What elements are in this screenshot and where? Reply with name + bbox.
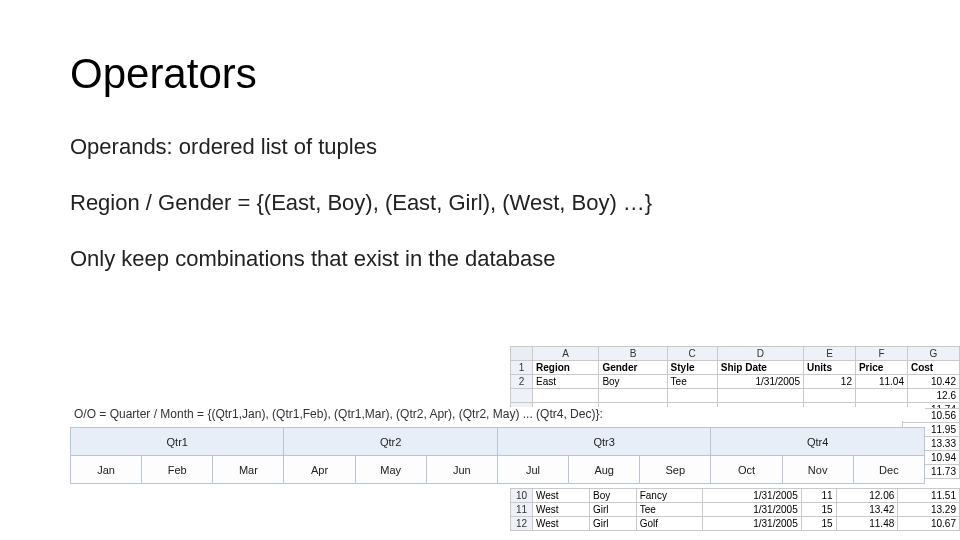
table-row: 2 East Boy Tee 1/31/2005 12 11.04 10.42 [511, 375, 960, 389]
table-row: 12.6 [511, 389, 960, 403]
strip-formula-label: O/O = Quarter / Month = {(Qtr1,Jan), (Qt… [70, 407, 925, 421]
cell [599, 389, 667, 403]
col-A: A [533, 347, 599, 361]
month-cell: Sep [640, 456, 711, 484]
cell [717, 389, 803, 403]
cell: 12.06 [836, 489, 898, 503]
cell: Fancy [636, 489, 702, 503]
cell: 15 [801, 503, 836, 517]
cell: West [533, 489, 590, 503]
table-row: 11 West Girl Tee 1/31/2005 15 13.42 13.2… [511, 503, 960, 517]
col-B: B [599, 347, 667, 361]
month-cell: Dec [853, 456, 924, 484]
cell: 1/31/2005 [717, 375, 803, 389]
month-cell: May [355, 456, 426, 484]
cell: 12.6 [907, 389, 959, 403]
q1-cell: Qtr1 [71, 428, 284, 456]
cell: Golf [636, 517, 702, 531]
cell: Girl [590, 517, 637, 531]
cell [533, 389, 599, 403]
cell: East [533, 375, 599, 389]
cell: 11.51 [898, 489, 960, 503]
cell: Girl [590, 503, 637, 517]
q2-cell: Qtr2 [284, 428, 497, 456]
month-cell: Mar [213, 456, 284, 484]
cell: 11 [801, 489, 836, 503]
quarter-month-strip: O/O = Quarter / Month = {(Qtr1,Jan), (Qt… [70, 407, 925, 484]
month-row: Jan Feb Mar Apr May Jun Jul Aug Sep Oct … [71, 456, 925, 484]
hdr-price: Price [855, 361, 907, 375]
row-num: 11 [511, 503, 533, 517]
corner-cell [511, 347, 533, 361]
month-cell: Apr [284, 456, 355, 484]
col-F: F [855, 347, 907, 361]
cell: 1/31/2005 [702, 489, 801, 503]
col-E: E [804, 347, 856, 361]
month-cell: Feb [142, 456, 213, 484]
hdr-region: Region [533, 361, 599, 375]
cell: 10.67 [898, 517, 960, 531]
month-cell: Oct [711, 456, 782, 484]
cell: 10.42 [907, 375, 959, 389]
cell: West [533, 503, 590, 517]
month-cell: Jan [71, 456, 142, 484]
cell: 12 [804, 375, 856, 389]
col-C: C [667, 347, 717, 361]
row-1-num: 1 [511, 361, 533, 375]
hdr-shipdate: Ship Date [717, 361, 803, 375]
cell: 13.42 [836, 503, 898, 517]
row-3-num [511, 389, 533, 403]
hdr-cost: Cost [907, 361, 959, 375]
cell [667, 389, 717, 403]
row-num: 12 [511, 517, 533, 531]
cell: Boy [590, 489, 637, 503]
table-row: 12 West Girl Golf 1/31/2005 15 11.48 10.… [511, 517, 960, 531]
col-G: G [907, 347, 959, 361]
q3-cell: Qtr3 [497, 428, 710, 456]
body-text-3: Only keep combinations that exist in the… [70, 246, 890, 272]
cell: 13.29 [898, 503, 960, 517]
row-num: 10 [511, 489, 533, 503]
cell: Tee [636, 503, 702, 517]
cell: 11.48 [836, 517, 898, 531]
cell [855, 389, 907, 403]
table-row: 10 West Boy Fancy 1/31/2005 11 12.06 11.… [511, 489, 960, 503]
cell: 1/31/2005 [702, 503, 801, 517]
cell: Tee [667, 375, 717, 389]
spreadsheet-bottom-rows: 10 West Boy Fancy 1/31/2005 11 12.06 11.… [510, 488, 960, 531]
month-cell: Jul [497, 456, 568, 484]
slide-title: Operators [70, 50, 890, 98]
cell: 15 [801, 517, 836, 531]
cell: West [533, 517, 590, 531]
q4-cell: Qtr4 [711, 428, 925, 456]
cell: Boy [599, 375, 667, 389]
hdr-style: Style [667, 361, 717, 375]
month-cell: Nov [782, 456, 853, 484]
month-cell: Aug [569, 456, 640, 484]
cell: 11.04 [855, 375, 907, 389]
cell [804, 389, 856, 403]
cell: 1/31/2005 [702, 517, 801, 531]
col-D: D [717, 347, 803, 361]
month-cell: Jun [426, 456, 497, 484]
body-text-2: Region / Gender = {(East, Boy), (East, G… [70, 190, 890, 216]
quarter-row: Qtr1 Qtr2 Qtr3 Qtr4 [71, 428, 925, 456]
hdr-gender: Gender [599, 361, 667, 375]
row-2-num: 2 [511, 375, 533, 389]
header-row: 1 Region Gender Style Ship Date Units Pr… [511, 361, 960, 375]
hdr-units: Units [804, 361, 856, 375]
col-header-row: A B C D E F G [511, 347, 960, 361]
body-text-1: Operands: ordered list of tuples [70, 134, 890, 160]
